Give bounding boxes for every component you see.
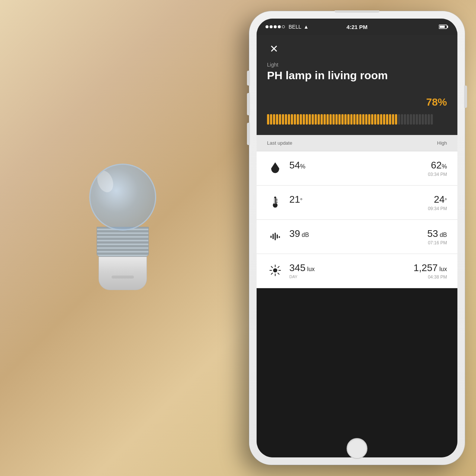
brightness-segment-6 — [285, 114, 287, 125]
svg-line-19 — [271, 266, 272, 267]
device-category: Light — [267, 62, 447, 68]
svg-rect-5 — [274, 198, 275, 204]
home-button[interactable] — [347, 438, 367, 459]
temperature-icon — [269, 195, 281, 209]
temperature-high-value: 24° — [406, 194, 447, 205]
brightness-segment-49 — [413, 114, 415, 125]
brightness-segment-35 — [371, 114, 373, 125]
temperature-current: 21° — [283, 194, 406, 205]
wifi-icon: ▲ — [303, 24, 309, 30]
brightness-segment-29 — [353, 114, 356, 125]
svg-point-14 — [273, 268, 277, 272]
stats-col-high: High — [437, 140, 447, 146]
time-display: 4:21 PM — [347, 24, 368, 30]
temperature-high-time: 09:34 PM — [406, 206, 447, 211]
brightness-segment-9 — [294, 114, 296, 125]
brightness-segment-38 — [380, 114, 382, 125]
bulb-glass — [89, 164, 156, 231]
signal-dot-4 — [278, 25, 281, 28]
brightness-segment-52 — [422, 114, 424, 125]
svg-point-4 — [273, 203, 278, 208]
brightness-segment-14 — [309, 114, 311, 125]
light-row: 345 lux DAY 1,257 lux 04:38 PM — [257, 254, 457, 288]
power-button — [464, 86, 467, 108]
brightness-segment-32 — [362, 114, 364, 125]
brightness-segment-8 — [291, 114, 293, 125]
signal-dot-3 — [274, 25, 277, 28]
silent-switch — [247, 71, 250, 86]
light-current: 345 lux DAY — [283, 262, 406, 279]
brightness-segment-16 — [315, 114, 317, 125]
svg-line-21 — [278, 266, 279, 267]
device-name: PH lamp in living room — [267, 69, 447, 81]
humidity-value: 54% — [289, 160, 406, 171]
phone-screen: BELL ▲ 4:21 PM ✕ — [257, 19, 457, 457]
signal-dot-5 — [282, 25, 285, 28]
brightness-segment-17 — [318, 114, 320, 125]
product-photo — [0, 0, 245, 476]
svg-rect-10 — [273, 234, 274, 239]
bulb-threads — [97, 227, 149, 257]
brightness-segment-1 — [270, 114, 272, 125]
brightness-segment-3 — [276, 114, 278, 125]
brightness-segment-40 — [386, 114, 388, 125]
brightness-segment-7 — [288, 114, 290, 125]
svg-rect-11 — [274, 232, 276, 240]
noise-value: 39 dB — [289, 228, 406, 239]
brightness-segment-13 — [306, 114, 308, 125]
light-day-label: DAY — [289, 274, 406, 279]
svg-rect-9 — [270, 235, 271, 238]
bulb-indicator — [112, 276, 134, 279]
svg-rect-13 — [279, 236, 280, 238]
brightness-segment-28 — [350, 114, 353, 125]
signal-dot-1 — [266, 25, 268, 28]
humidity-icon — [269, 161, 281, 174]
temperature-row: 21° 24° 09:34 PM — [257, 186, 457, 220]
svg-rect-1 — [447, 26, 448, 28]
svg-line-20 — [278, 273, 279, 274]
brightness-segment-24 — [338, 114, 341, 125]
noise-high: 53 dB 07:16 PM — [406, 228, 447, 245]
noise-row: 39 dB 53 dB 07:16 PM — [257, 220, 457, 254]
humidity-high: 62% 03:34 PM — [406, 160, 447, 177]
brightness-segment-19 — [324, 114, 326, 125]
noise-icon — [269, 229, 281, 243]
brightness-segment-39 — [383, 114, 385, 125]
noise-icon-area — [267, 229, 283, 243]
brightness-bar[interactable] — [267, 113, 447, 126]
light-icon-area — [267, 264, 283, 277]
brightness-segment-37 — [377, 114, 379, 125]
app-content: ✕ Light PH lamp in living room 78% Last … — [257, 35, 457, 457]
battery-area — [439, 24, 448, 29]
brightness-segment-11 — [300, 114, 302, 125]
close-button[interactable]: ✕ — [267, 42, 280, 56]
brightness-segment-18 — [321, 114, 323, 125]
stats-col-last-update: Last update — [267, 140, 292, 146]
carrier-area: BELL ▲ — [266, 24, 309, 30]
noise-high-value: 53 dB — [406, 228, 447, 239]
temperature-high: 24° 09:34 PM — [406, 194, 447, 211]
brightness-segment-25 — [341, 114, 344, 125]
volume-down-button — [247, 123, 250, 145]
temperature-icon-area — [267, 195, 283, 209]
brightness-segment-20 — [327, 114, 329, 125]
svg-rect-2 — [440, 26, 445, 28]
humidity-high-time: 03:34 PM — [406, 172, 447, 177]
brightness-percent: 78% — [267, 96, 447, 108]
brightness-segment-0 — [267, 114, 269, 125]
humidity-current: 54% — [283, 160, 406, 171]
humidity-icon-area — [267, 161, 283, 174]
brightness-segment-54 — [428, 114, 430, 125]
brightness-segment-21 — [329, 114, 332, 125]
brightness-segment-12 — [303, 114, 305, 125]
brightness-segment-2 — [273, 114, 275, 125]
sun-icon — [269, 264, 281, 277]
brightness-segment-55 — [431, 114, 433, 125]
brightness-segment-43 — [395, 114, 397, 125]
app-header: ✕ Light PH lamp in living room — [257, 35, 457, 90]
close-icon: ✕ — [270, 44, 278, 54]
brightness-segment-50 — [416, 114, 418, 125]
brightness-section[interactable]: 78% — [257, 90, 457, 135]
phone-device: BELL ▲ 4:21 PM ✕ — [249, 11, 465, 465]
noise-high-time: 07:16 PM — [406, 240, 447, 245]
